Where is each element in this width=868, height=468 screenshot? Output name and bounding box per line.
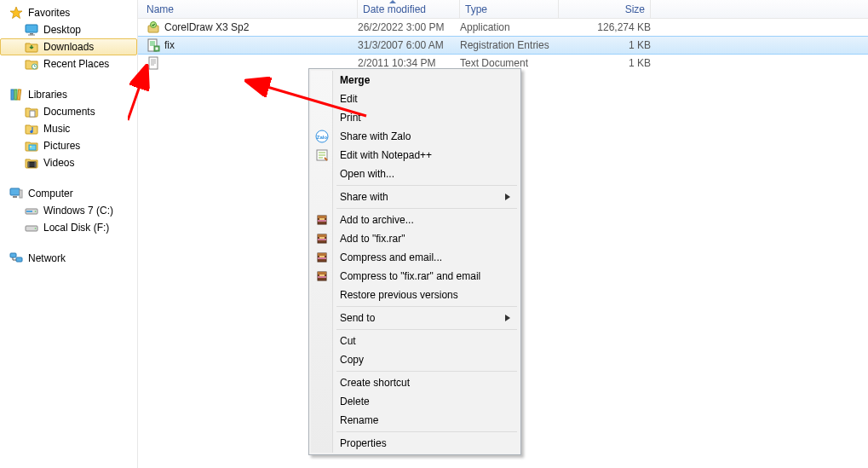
context-menu-item[interactable]: Restore previous versions (311, 286, 519, 304)
folder-recent-icon (25, 57, 38, 71)
file-type: Text Document (460, 57, 559, 69)
nav-videos[interactable]: Videos (0, 154, 137, 171)
file-icon (147, 20, 160, 34)
nav-computer[interactable]: Computer (0, 185, 137, 202)
svg-point-11 (30, 146, 32, 147)
context-menu-separator (336, 306, 517, 307)
pictures-icon (25, 139, 38, 153)
column-header-date[interactable]: Date modified (358, 0, 460, 18)
context-menu-item-label: Properties (340, 437, 387, 449)
file-row[interactable]: CorelDraw X3 Sp226/2/2022 3:00 PMApplica… (138, 19, 868, 36)
nav-drive-c[interactable]: Windows 7 (C:) (0, 202, 137, 219)
context-menu-item[interactable]: Compress and email... (311, 248, 519, 267)
star-icon (9, 6, 23, 20)
nav-label: Videos (43, 157, 74, 169)
context-menu-item[interactable]: Edit (311, 90, 519, 108)
nav-drive-f[interactable]: Local Disk (F:) (0, 219, 137, 236)
nav-label: Recent Places (43, 58, 109, 70)
context-menu-separator (336, 185, 517, 186)
file-date: 2/2011 10:34 PM (358, 57, 460, 69)
context-menu-separator (336, 431, 517, 432)
rar-icon (314, 213, 330, 227)
context-menu: MergeEditPrintZaloShare with ZaloEdit wi… (308, 68, 521, 455)
context-menu-separator (336, 371, 517, 372)
context-menu-item[interactable]: Delete (311, 392, 519, 411)
file-name: fix (164, 39, 175, 51)
file-date: 26/2/2022 3:00 PM (358, 21, 460, 33)
context-menu-item-label: Send to (340, 312, 375, 324)
file-date: 31/3/2007 6:00 AM (358, 39, 460, 51)
nav-group-computer: Computer Windows 7 (C:) Local Disk (F:) (0, 185, 137, 236)
rar-icon (314, 251, 330, 264)
context-menu-item[interactable]: Print (311, 108, 519, 127)
drive-icon (25, 221, 38, 234)
context-menu-item[interactable]: Send to (311, 309, 519, 327)
nav-label: Desktop (43, 24, 81, 36)
svg-rect-17 (20, 190, 22, 198)
nav-libraries[interactable]: Libraries (0, 86, 137, 103)
context-menu-item-label: Cut (340, 335, 356, 347)
submenu-arrow-icon (505, 315, 510, 321)
monitor-icon (25, 23, 38, 37)
context-menu-item[interactable]: Open with... (311, 165, 519, 183)
submenu-arrow-icon (505, 194, 510, 200)
file-size: 1 KB (559, 39, 651, 51)
context-menu-item[interactable]: Properties (311, 434, 519, 453)
column-header-type[interactable]: Type (460, 0, 559, 18)
context-menu-item[interactable]: Rename (311, 411, 519, 430)
svg-text:Zalo: Zalo (317, 135, 328, 140)
svg-marker-0 (10, 7, 22, 19)
nav-documents[interactable]: Documents (0, 103, 137, 120)
nav-recent-places[interactable]: Recent Places (0, 55, 137, 72)
svg-rect-23 (10, 253, 16, 257)
nav-pictures[interactable]: Pictures (0, 137, 137, 154)
nav-desktop[interactable]: Desktop (0, 21, 137, 38)
context-menu-item[interactable]: Share with (311, 188, 519, 206)
context-menu-item[interactable]: Add to archive... (311, 211, 519, 229)
documents-icon (25, 105, 38, 118)
nav-network[interactable]: Network (0, 250, 137, 267)
nav-music[interactable]: Music (0, 120, 137, 137)
context-menu-item-label: Edit with Notepad++ (340, 149, 432, 161)
nav-label: Favorites (28, 7, 70, 19)
nav-pane: Favorites Desktop Downloads Recent Place… (0, 0, 138, 468)
nav-label: Music (43, 123, 70, 135)
svg-point-20 (35, 211, 37, 212)
context-menu-item-label: Restore previous versions (340, 289, 458, 301)
context-menu-item-label: Add to "fix.rar" (340, 233, 405, 245)
svg-rect-10 (29, 145, 36, 150)
context-menu-item-label: Print (340, 112, 361, 124)
column-header-name[interactable]: Name (138, 0, 358, 18)
nav-label: Libraries (28, 89, 67, 101)
context-menu-item[interactable]: Compress to "fix.rar" and email (311, 267, 519, 286)
svg-marker-47 (505, 315, 510, 321)
context-menu-item[interactable]: Copy (311, 350, 519, 369)
context-menu-item[interactable]: Add to "fix.rar" (311, 229, 519, 248)
context-menu-separator (336, 208, 517, 209)
nav-favorites[interactable]: Favorites (0, 4, 137, 21)
svg-point-22 (35, 228, 37, 229)
context-menu-item[interactable]: Cut (311, 332, 519, 350)
nav-downloads[interactable]: Downloads (0, 38, 137, 55)
file-icon (147, 56, 160, 70)
nav-label: Windows 7 (C:) (43, 205, 113, 217)
column-header-size[interactable]: Size (559, 0, 651, 18)
nav-label: Network (28, 252, 66, 264)
context-menu-item[interactable]: Merge (311, 71, 519, 90)
context-menu-item-label: Edit (340, 93, 358, 105)
context-menu-separator (336, 329, 517, 330)
nav-label: Computer (28, 188, 73, 199)
libraries-icon (9, 88, 23, 101)
svg-rect-1 (26, 25, 37, 32)
file-row[interactable]: fix31/3/2007 6:00 AMRegistration Entries… (138, 36, 868, 55)
context-menu-item[interactable]: Create shortcut (311, 373, 519, 392)
nav-label: Pictures (43, 140, 80, 152)
context-menu-item-label: Create shortcut (340, 377, 410, 389)
context-menu-item-label: Compress to "fix.rar" and email (340, 270, 480, 282)
nav-label: Documents (43, 106, 95, 118)
context-menu-item[interactable]: ZaloShare with Zalo (311, 127, 519, 146)
svg-rect-7 (17, 90, 20, 100)
svg-rect-37 (319, 218, 325, 220)
svg-rect-29 (156, 48, 158, 50)
context-menu-item[interactable]: Edit with Notepad++ (311, 146, 519, 165)
